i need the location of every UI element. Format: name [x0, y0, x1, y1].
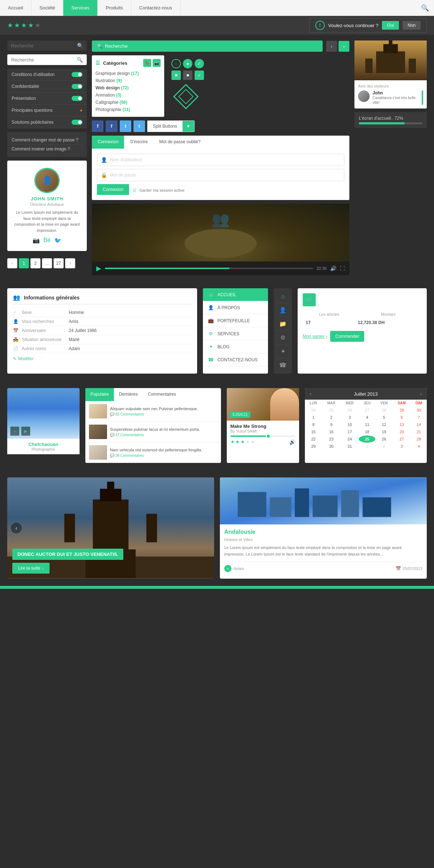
cal-cell[interactable]: 7 — [411, 414, 427, 421]
cat-item-photographie[interactable]: Photographie (11) — [95, 106, 161, 113]
fullscreen-icon[interactable]: ⛶ — [340, 265, 345, 271]
cal-cell[interactable]: 25 — [322, 407, 340, 414]
cal-cell[interactable]: 1 — [359, 443, 375, 450]
cal-cell[interactable]: 20 — [393, 428, 411, 435]
cal-cell[interactable]: 3 — [341, 414, 359, 421]
tab-register[interactable]: S'inscrire — [124, 136, 153, 149]
login-submit-button[interactable]: Connexion — [97, 184, 129, 195]
split-btn-main[interactable]: Split Buttons — [148, 121, 182, 132]
cal-cell[interactable]: 24 — [305, 407, 322, 414]
prev-page-button[interactable]: ‹ — [7, 258, 17, 268]
twitter-icon[interactable]: 🐦 — [54, 237, 61, 244]
mobile-phone-icon[interactable]: ☎ — [276, 358, 290, 372]
page-2-button[interactable]: 2 — [30, 258, 41, 268]
play-button[interactable]: ▶ — [96, 264, 101, 272]
cal-cell[interactable]: 16 — [322, 428, 340, 435]
cart-panier-link[interactable]: Mon panier › — [303, 331, 327, 342]
cal-cell[interactable]: 27 — [359, 407, 375, 414]
nav-menu-item-accueil[interactable]: ⌂ ACCUEIL — [203, 288, 268, 301]
volume-icon[interactable]: 🔊 — [330, 265, 336, 271]
blog-tab-dernieres[interactable]: Dernières — [114, 388, 143, 401]
cal-cell[interactable]: 2 — [375, 443, 393, 450]
nav-menu-item-apropos[interactable]: 👤 À PROPOS — [203, 301, 268, 314]
search-white[interactable]: 🔍 — [7, 54, 87, 65]
audio-progress-bar[interactable] — [230, 435, 295, 437]
hero-arrow-left[interactable]: ‹ — [11, 523, 22, 533]
cal-cell[interactable]: 28 — [411, 435, 427, 443]
audio-volume-icon[interactable]: 🔊 — [289, 439, 295, 445]
cal-cell[interactable]: 26 — [341, 407, 359, 414]
cal-cell[interactable]: 14 — [411, 421, 427, 428]
password-field[interactable]: 🔒 Mot de passe — [97, 169, 344, 181]
blog-tab-commentaires[interactable]: Commentaires — [143, 388, 181, 401]
cal-cell[interactable]: 12 — [375, 421, 393, 428]
cal-cell[interactable]: 22 — [305, 435, 322, 443]
media-play-btn[interactable]: ▶ — [21, 426, 30, 436]
mobile-home-icon[interactable]: ⌂ — [276, 290, 290, 303]
cart-order-button[interactable]: Commender — [330, 331, 364, 342]
nav-item-contact[interactable]: Contactez-nous — [131, 0, 180, 16]
non-button[interactable]: Non — [403, 21, 421, 30]
page-27-button[interactable]: 27 — [54, 258, 64, 268]
cal-today[interactable]: 25 — [359, 435, 375, 443]
twitter-btn-1[interactable]: t — [120, 120, 131, 132]
nav-item-accueil[interactable]: Accueil — [0, 0, 31, 16]
cal-cell[interactable]: 6 — [393, 414, 411, 421]
menu-item-confidentialite[interactable]: Confidentialité — [7, 81, 87, 93]
cal-prev-icon[interactable]: ‹ — [310, 391, 312, 397]
cal-cell[interactable]: 10 — [341, 421, 359, 428]
cal-cell[interactable]: 30 — [411, 407, 427, 414]
nav-menu-item-services[interactable]: ⚙ SERVICES — [203, 327, 268, 340]
cal-cell[interactable]: 11 — [359, 421, 375, 428]
hero-read-more-button[interactable]: Lire la suite › — [12, 563, 50, 574]
cal-cell[interactable]: 27 — [393, 435, 411, 443]
facebook-btn-1[interactable]: f — [92, 120, 103, 132]
toggle-publicite[interactable] — [72, 120, 82, 125]
menu-item-conditions[interactable]: Conditions d'utilisation — [7, 69, 87, 81]
cat-item-illustration[interactable]: Illustration (9) — [95, 77, 161, 84]
menu-item-questions[interactable]: Principales questions ● — [7, 105, 87, 116]
cal-cell[interactable]: 9 — [322, 421, 340, 428]
cat-item-animation[interactable]: Animation (3) — [95, 92, 161, 99]
checkbox-icon[interactable]: ☑ — [133, 188, 136, 193]
cat-bookmark-btn[interactable]: 🔖 — [143, 59, 151, 67]
cal-cell[interactable]: 3 — [393, 443, 411, 450]
nav-item-societe[interactable]: Société — [31, 0, 63, 16]
progress-bar[interactable] — [105, 268, 313, 269]
cal-cell[interactable]: 13 — [393, 421, 411, 428]
cal-cell[interactable]: 4 — [411, 443, 427, 450]
nav-menu-item-blog[interactable]: ✦ BLOG — [203, 340, 268, 353]
cat-item-web[interactable]: Web design (72) — [95, 84, 161, 92]
nav-next-arrow[interactable]: › — [339, 41, 349, 52]
nav-item-services[interactable]: Services — [63, 0, 98, 16]
tab-forgot[interactable]: Mot de passe oublié? — [153, 136, 206, 149]
split-btn-dropdown[interactable]: ▼ — [183, 121, 194, 132]
cal-cell[interactable]: 1 — [305, 414, 322, 421]
cal-cell[interactable]: 29 — [393, 407, 411, 414]
menu-item-publicite[interactable]: Solutions publicitaires — [7, 116, 87, 128]
cal-cell[interactable]: 17 — [341, 428, 359, 435]
cal-cell[interactable]: 23 — [322, 435, 340, 443]
cal-cell[interactable]: 8 — [305, 421, 322, 428]
cal-cell[interactable]: 2 — [322, 414, 340, 421]
cal-cell[interactable]: 26 — [375, 435, 393, 443]
nav-search-icon[interactable]: 🔍 — [416, 4, 434, 12]
cal-cell[interactable]: 24 — [341, 435, 359, 443]
nav-prev-arrow[interactable]: ‹ — [326, 41, 337, 52]
menu-item-presentation[interactable]: Présentation — [7, 93, 87, 105]
search-green-btn[interactable]: 🔍 Recherche — [92, 41, 323, 52]
cal-cell[interactable]: 29 — [305, 443, 322, 450]
page-1-button[interactable]: 1 — [19, 258, 29, 268]
facebook-btn-2[interactable]: f — [106, 120, 117, 132]
cal-cell[interactable]: 30 — [322, 443, 340, 450]
cal-cell[interactable]: 28 — [375, 407, 393, 414]
toggle-presentation[interactable] — [72, 96, 82, 101]
faq-item-1[interactable]: Comment changer mot de passe ? — [12, 136, 82, 145]
mobile-portfolio-icon[interactable]: 📁 — [276, 317, 290, 331]
instagram-icon[interactable]: 📷 — [33, 237, 40, 244]
cat-item-calligraphie[interactable]: Calligraphie (56) — [95, 99, 161, 106]
search-dark[interactable]: 🔍 — [7, 41, 87, 51]
oui-button[interactable]: Oui — [382, 21, 399, 30]
toggle-confidentialite[interactable] — [72, 84, 82, 89]
faq-item-2[interactable]: Comment insérer une image ? — [12, 145, 82, 153]
